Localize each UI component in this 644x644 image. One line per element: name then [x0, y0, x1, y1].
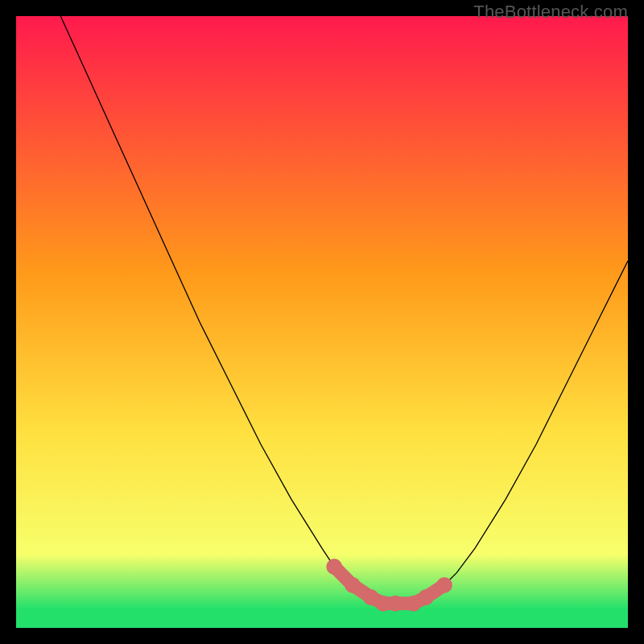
chart-svg [16, 16, 628, 628]
chart-frame: TheBottleneck.com [0, 0, 644, 644]
marker-dot [436, 577, 452, 593]
marker-dot [387, 596, 403, 612]
marker-dot [326, 559, 342, 575]
marker-dot [418, 589, 434, 605]
gradient-background [16, 16, 628, 628]
plot-area [16, 16, 628, 628]
marker-dot [345, 577, 361, 593]
watermark-text: TheBottleneck.com [473, 2, 628, 23]
